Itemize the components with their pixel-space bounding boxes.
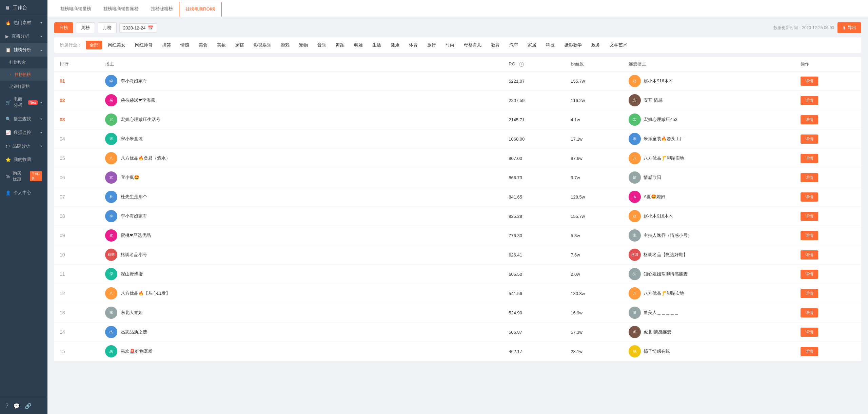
sidebar-item-personal[interactable]: 👤 个人中心: [0, 186, 47, 200]
chat-icon[interactable]: 💬: [13, 403, 20, 409]
industry-btn-education[interactable]: 教育: [487, 41, 504, 49]
sidebar-item-purchase[interactable]: 🛍 购买优惠 半价1折: [0, 166, 47, 186]
rank-cell: 04: [54, 129, 100, 149]
author-name: 李小哥娘家哥: [121, 78, 147, 84]
detail-button[interactable]: 详情: [801, 134, 818, 144]
rank-cell: 06: [54, 168, 100, 187]
detail-button[interactable]: 详情: [801, 308, 818, 317]
period-month-btn[interactable]: 月榜: [98, 22, 117, 33]
detail-button[interactable]: 详情: [801, 96, 818, 105]
fans-value: 2.0w: [571, 272, 580, 277]
industry-btn-pet[interactable]: 宠物: [295, 41, 312, 49]
sidebar-item-live-analysis[interactable]: ▶ 直播分析 ▾: [0, 29, 47, 43]
industry-btn-funny[interactable]: 搞笑: [158, 41, 175, 49]
sidebar: 🖥 工作台 🔥 热门素材 ▾ ▶ 直播分析 ▾ 📋 挂榜分析 ▴ 挂榜搜索 挂榜…: [0, 0, 47, 414]
action-cell: 详情: [795, 207, 861, 226]
author-cell: 宜 宜小疯🤩: [100, 168, 503, 187]
export-button[interactable]: ⬆ 导出: [837, 22, 861, 33]
author-name: 蜜桃❤严选优品: [121, 232, 151, 239]
sidebar-sub-item-hot-rank[interactable]: 挂榜热榜: [0, 68, 47, 81]
industry-btn-beauty[interactable]: 网红美女: [104, 41, 129, 49]
industry-btn-sport[interactable]: 体育: [405, 41, 421, 49]
sidebar-item-host-find[interactable]: 🔍 播主查找 ▾: [0, 112, 47, 126]
fans-value: 9.7w: [571, 175, 580, 180]
detail-button[interactable]: 详情: [801, 173, 818, 182]
chevron-down-icon: ▾: [40, 117, 42, 121]
sidebar-item-ecommerce[interactable]: 🛒 电商分析 New ▾: [0, 92, 47, 112]
sidebar-item-data-monitor[interactable]: 📈 数据监控 ▾: [0, 126, 47, 139]
related-name: 赵小木916木木: [644, 78, 673, 84]
related-name: 虎北|情感连麦: [644, 329, 671, 335]
related-avatar: 橘: [629, 345, 641, 357]
detail-button[interactable]: 详情: [801, 192, 818, 202]
tab-sales-rank[interactable]: 挂榜电商销量榜: [54, 2, 97, 17]
action-cell: 详情: [795, 245, 861, 265]
tab-price-rank[interactable]: 挂榜涨粉榜: [145, 2, 179, 17]
industry-btn-life[interactable]: 生活: [369, 41, 385, 49]
industry-btn-car[interactable]: 汽车: [506, 41, 522, 49]
industry-btn-dance[interactable]: 舞蹈: [332, 41, 348, 49]
related-avatar: 虎: [629, 326, 641, 338]
industry-btn-all[interactable]: 全部: [86, 41, 102, 49]
fans-cell: 155.7w: [565, 207, 623, 226]
detail-button[interactable]: 详情: [801, 289, 818, 298]
related-name: 情感欣阳: [644, 174, 661, 181]
sidebar-sub-item-old-iron[interactable]: 老铁打赏榜: [0, 81, 47, 92]
sidebar-sub-item-hot-search[interactable]: 挂榜搜索: [0, 57, 47, 68]
industry-btn-gov[interactable]: 政务: [588, 41, 604, 49]
detail-button[interactable]: 详情: [801, 347, 818, 356]
industry-btn-fashion[interactable]: 穿搭: [232, 41, 248, 49]
industry-btn-entertainment[interactable]: 影视娱乐: [250, 41, 275, 49]
roi-value: 626.41: [509, 252, 522, 257]
sidebar-item-brand-analysis[interactable]: 🏷 品牌分析 ▾: [0, 139, 47, 153]
industry-label: 所属行业：: [60, 42, 82, 48]
search-icon: 🔍: [5, 117, 11, 122]
detail-button[interactable]: 详情: [801, 212, 818, 221]
industry-btn-music[interactable]: 音乐: [314, 41, 330, 49]
tab-sales-amount-rank[interactable]: 挂榜电商销售额榜: [97, 2, 145, 17]
industry-btn-handsome[interactable]: 网红帅哥: [131, 41, 156, 49]
industry-btn-parent[interactable]: 母婴育儿: [460, 41, 485, 49]
detail-button[interactable]: 详情: [801, 115, 818, 124]
date-picker[interactable]: 2020-12-24 📅: [119, 23, 157, 33]
industry-btn-trend[interactable]: 时尚: [442, 41, 458, 49]
industry-btn-photo[interactable]: 摄影教学: [560, 41, 586, 49]
industry-btn-food[interactable]: 美食: [195, 41, 211, 49]
favorites-icon: ⭐: [5, 157, 11, 162]
industry-btn-home[interactable]: 家居: [524, 41, 540, 49]
related-name: 米乐童装🔥源头工厂: [644, 136, 684, 142]
industry-btn-cute[interactable]: 萌娃: [350, 41, 367, 49]
industry-btn-game[interactable]: 游戏: [277, 41, 293, 49]
sidebar-item-my-favorites[interactable]: ⭐ 我的收藏: [0, 153, 47, 166]
sidebar-item-hot-material[interactable]: 🔥 热门素材 ▾: [0, 16, 47, 29]
detail-button[interactable]: 详情: [801, 328, 818, 337]
purchase-icon: 🛍: [5, 174, 10, 179]
fans-cell: 17.1w: [565, 129, 623, 149]
industry-btn-health[interactable]: 健康: [387, 41, 403, 49]
rank-cell: 05: [54, 149, 100, 168]
detail-button[interactable]: 详情: [801, 154, 818, 163]
detail-button[interactable]: 详情: [801, 270, 818, 279]
avatar: 宜: [105, 171, 117, 184]
industry-btn-literature[interactable]: 文学艺术: [606, 41, 631, 49]
detail-button[interactable]: 详情: [801, 77, 818, 86]
link-icon[interactable]: 🔗: [25, 403, 32, 409]
calendar-icon: 📅: [148, 25, 153, 30]
chevron-down-icon: ▾: [40, 144, 42, 148]
related-name: 八方优品🦵脚踹实地: [644, 155, 684, 161]
sidebar-item-hot-list-analysis[interactable]: 📋 挂榜分析 ▴: [0, 43, 47, 57]
detail-button[interactable]: 详情: [801, 250, 818, 260]
export-label: 导出: [848, 25, 856, 31]
roi-info-icon[interactable]: i: [519, 62, 524, 67]
period-week-btn[interactable]: 周榜: [76, 22, 95, 33]
industry-btn-travel[interactable]: 旅行: [423, 41, 440, 49]
detail-button[interactable]: 详情: [801, 231, 818, 240]
brand-icon: 🏷: [5, 144, 10, 149]
roi-cell: 2145.71: [503, 110, 565, 129]
help-icon[interactable]: ?: [5, 403, 8, 409]
tab-roi-rank[interactable]: 挂榜电商ROI榜: [179, 2, 222, 17]
industry-btn-makeup[interactable]: 美妆: [213, 41, 230, 49]
industry-btn-emotion[interactable]: 情感: [177, 41, 193, 49]
period-day-btn[interactable]: 日榜: [54, 22, 73, 33]
industry-btn-tech[interactable]: 科技: [542, 41, 558, 49]
